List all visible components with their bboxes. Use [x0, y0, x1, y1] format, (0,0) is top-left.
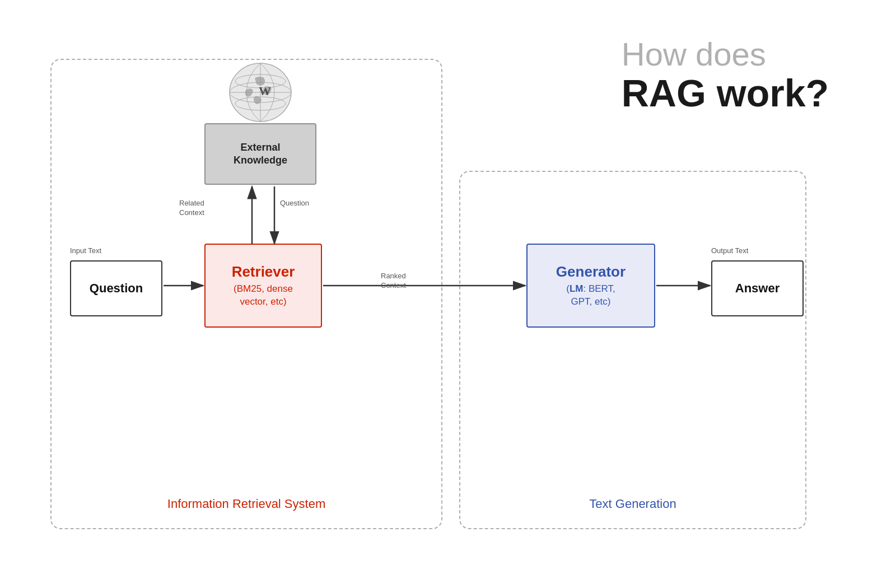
generator-sub: (LM: BERT,GPT, etc)	[566, 283, 615, 307]
title-rag: RAG work?	[622, 72, 829, 114]
main-diagram: How does RAG work? Information Retrieval…	[34, 25, 862, 563]
input-text-label: Input Text	[70, 246, 101, 256]
question-box: Question	[70, 260, 162, 316]
svg-text:W: W	[259, 84, 271, 98]
external-knowledge-label: ExternalKnowledge	[234, 141, 287, 167]
external-knowledge-box: ExternalKnowledge	[204, 123, 316, 185]
title-block: How does RAG work?	[622, 36, 829, 114]
question-arrow-label: Question	[280, 199, 309, 208]
answer-label: Answer	[735, 281, 780, 296]
title-how: How does	[622, 36, 829, 72]
retriever-title: Retriever	[232, 263, 295, 281]
retriever-sub: (BM25, densevector, etc)	[234, 283, 293, 307]
generator-title: Generator	[556, 263, 626, 281]
answer-box: Answer	[711, 260, 804, 316]
tg-label: Text Generation	[589, 497, 676, 511]
wikipedia-globe: W	[224, 56, 297, 123]
irs-label: Information Retrieval System	[167, 497, 325, 511]
related-context-label: RelatedContext	[179, 199, 204, 218]
question-label: Question	[90, 281, 143, 296]
retriever-box: Retriever (BM25, densevector, etc)	[204, 244, 322, 328]
output-text-label: Output Text	[711, 246, 748, 256]
ranked-context-label: RankedContext	[381, 272, 406, 291]
generator-box: Generator (LM: BERT,GPT, etc)	[526, 244, 655, 328]
tg-box: Text Generation	[459, 171, 806, 529]
